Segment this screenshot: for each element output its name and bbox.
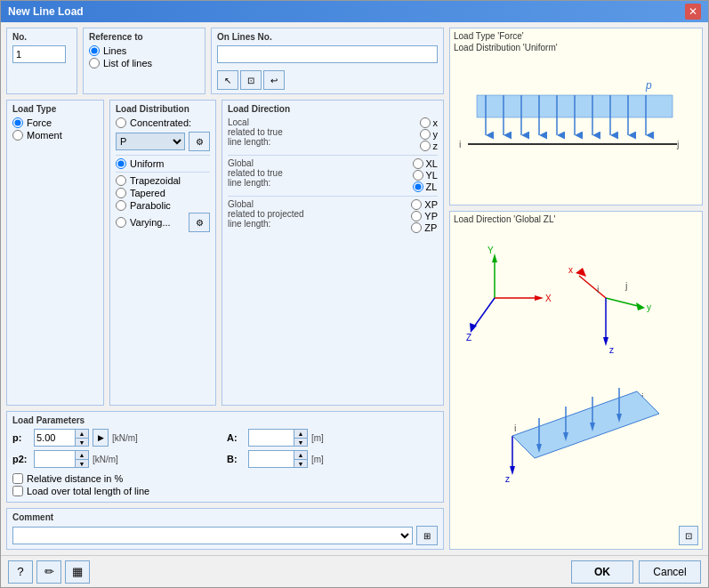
varying-label: Varying... [130,217,171,228]
online-toolbar: ↖ ⊡ ↩ [217,70,438,90]
a-value-input[interactable] [249,430,294,446]
online-section: On Lines No. ↖ ⊡ ↩ [211,28,444,94]
tapered-radio[interactable] [116,188,126,198]
concentrated-radio[interactable] [116,117,126,128]
b-spin-btns: ▲ ▼ [294,451,307,467]
load-distribution-section: Load Distribution Concentrated: P ⚙ [109,100,216,406]
load-params-label: Load Parameters [12,415,438,425]
checkboxes: Relative distance in % Load over total l… [12,473,438,496]
zl-radio[interactable] [413,181,423,192]
global-proj-section: Globalrelated to projectedline length: [228,199,406,230]
load-dir-label: Load Direction [228,104,438,114]
b-spin-up[interactable]: ▲ [294,451,307,459]
reference-label: Reference to [89,32,199,42]
online-input[interactable] [217,45,438,63]
uniform-radio[interactable] [116,158,126,169]
p2-value-input[interactable] [35,451,75,467]
svg-text:Y: Y [487,246,494,255]
p-settings-btn[interactable]: ⚙ [189,132,210,151]
local-radios: x y z [420,117,439,151]
x-label: x [433,117,439,128]
p-unit-btn[interactable]: ▶ [93,429,109,447]
xp-label: XP [424,199,438,210]
z-label: z [433,141,439,151]
a-spin-up[interactable]: ▲ [294,430,307,438]
p-spin-up[interactable]: ▲ [76,430,88,438]
yl-label: YL [426,170,438,181]
varying-radio[interactable] [116,217,126,228]
zp-label: ZP [424,222,437,233]
y-radio[interactable] [420,129,431,140]
cursor-button[interactable]: ↖ [217,70,238,90]
p2-row: p2: ▲ ▼ [kN/m] [12,450,223,468]
b-value-input[interactable] [249,451,294,467]
p-spin-down[interactable]: ▼ [76,438,88,446]
svg-text:j: j [624,280,627,291]
load-total-checkbox[interactable] [12,486,23,496]
back-button[interactable]: ↩ [263,70,285,90]
p-spin-input: ▲ ▼ [34,429,89,447]
trapezoidal-label: Trapezoidal [130,175,181,186]
x-radio[interactable] [420,117,431,128]
no-input[interactable] [12,45,66,63]
p2-spin-down[interactable]: ▼ [76,459,88,467]
comment-copy-btn[interactable]: ⊞ [416,526,438,545]
varying-settings-btn[interactable]: ⚙ [189,213,210,232]
p2-spin-btns: ▲ ▼ [75,451,88,467]
force-preview-svg: p i j [450,55,702,197]
load-params-section: Load Parameters p: ▲ ▼ [6,411,444,503]
p2-spin-up[interactable]: ▲ [76,451,88,459]
close-button[interactable]: ✕ [685,4,701,20]
left-params: p: ▲ ▼ ▶ [kN/m] [12,429,223,468]
ok-button[interactable]: OK [571,560,633,584]
cancel-button[interactable]: Cancel [639,560,701,584]
lines-radio[interactable] [89,45,100,56]
comment-section: Comment ⊞ [6,508,444,550]
a-spin-input: ▲ ▼ [248,429,308,447]
edit-button[interactable]: ✏ [36,560,61,584]
force-preview-title: Load Type 'Force' Load Distribution 'Uni… [450,28,702,55]
rel-distance-row: Relative distance in % [12,473,438,484]
svg-text:i: i [514,423,516,433]
svg-line-21 [472,298,495,329]
top-row: No. Reference to Lines List of lines [6,28,444,94]
rel-distance-label: Relative distance in % [27,473,123,484]
help-button[interactable]: ? [8,560,33,584]
xl-radio[interactable] [413,158,423,169]
right-params: A: ▲ ▼ [m] B: [227,429,438,468]
z-radio[interactable] [420,141,431,151]
moment-radio[interactable] [12,130,23,141]
svg-line-27 [579,276,606,298]
b-unit-label: [m] [311,455,324,464]
bottom-bar: ? ✏ ▦ OK Cancel [1,555,708,587]
parabolic-radio[interactable] [116,200,126,211]
no-section: No. [6,28,77,94]
list-radio[interactable] [89,58,100,68]
select-button[interactable]: ⊡ [240,70,262,90]
p-value-input[interactable] [35,430,75,446]
rel-distance-checkbox[interactable] [12,473,23,484]
tapered-radio-row: Tapered [116,188,210,198]
svg-text:X: X [545,294,552,303]
y-label: y [433,129,439,140]
comment-select[interactable] [12,527,413,544]
preview-settings-btn[interactable]: ⊡ [679,526,698,545]
tapered-label: Tapered [130,188,165,198]
uniform-radio-row: Uniform [116,158,210,169]
moment-label: Moment [27,130,62,141]
p-select[interactable]: P [116,133,185,150]
trapezoidal-radio[interactable] [116,175,126,186]
force-radio[interactable] [12,117,23,128]
table-button[interactable]: ▦ [65,560,90,584]
load-total-label: Load over total length of line [27,486,149,496]
b-spin-down[interactable]: ▼ [294,459,307,467]
yl-radio[interactable] [413,170,423,181]
svg-text:Z: Z [466,333,471,342]
comment-row: ⊞ [12,526,438,545]
a-spin-down[interactable]: ▼ [294,438,307,446]
xp-radio[interactable] [411,199,422,210]
yp-radio[interactable] [411,211,422,222]
parabolic-radio-row: Parabolic [116,200,210,211]
zp-radio[interactable] [411,222,422,233]
left-panel: No. Reference to Lines List of lines [6,28,444,550]
